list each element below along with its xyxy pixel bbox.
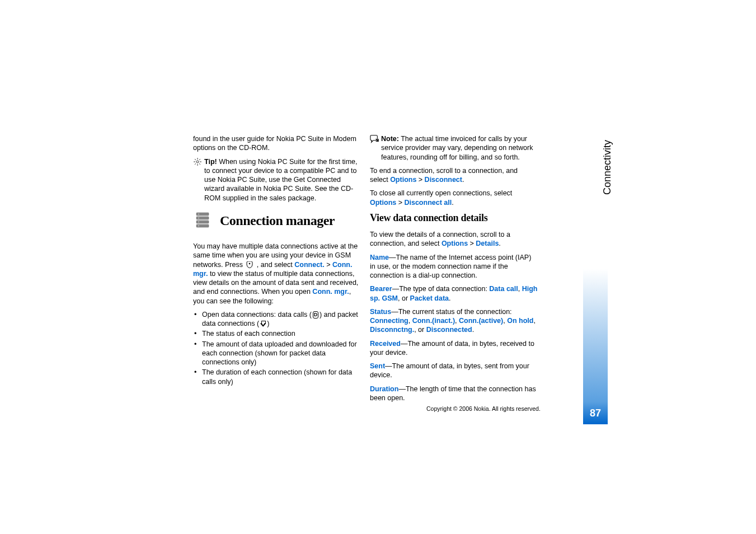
end-connection-text: To end a connection, scroll to a connect…	[370, 166, 538, 185]
name-label: Name	[370, 254, 389, 261]
text: , or	[398, 294, 410, 302]
page-content: found in the user guide for Nokia PC Sui…	[193, 134, 543, 403]
text: —The type of data connection:	[392, 285, 490, 293]
options-menu: Options	[370, 199, 396, 207]
data-call-icon: D	[313, 311, 318, 318]
received-field: Received—The amount of data, in bytes, r…	[370, 339, 538, 358]
tip-block: Tip! When using Nokia PC Suite for the f…	[193, 157, 361, 203]
text: .	[462, 176, 464, 184]
note-body: The actual time invoiced for calls by yo…	[381, 135, 533, 161]
bearer-field: Bearer—The type of data connection: Data…	[370, 284, 538, 303]
view-details-text: To view the details of a connection, scr…	[370, 230, 538, 249]
svg-line-8	[199, 159, 200, 160]
text: )	[267, 320, 269, 327]
list-item: The status of each connection	[193, 329, 361, 338]
received-label: Received	[370, 340, 401, 348]
svg-line-7	[195, 163, 196, 165]
conn-active-value: Conn.(active)	[459, 317, 503, 325]
details-menu: Details	[476, 240, 499, 247]
status-field: Status—The current status of the connect…	[370, 307, 538, 335]
page-number: 87	[583, 402, 608, 424]
subheading: View data connection details	[370, 212, 538, 224]
connecting-value: Connecting	[370, 317, 408, 325]
connect-menu: Connect.	[294, 261, 324, 269]
disconnect-all-menu: Disconnect all	[404, 199, 452, 207]
tip-body: When using Nokia PC Suite for the first …	[204, 158, 357, 202]
note-text: Note: The actual time invoiced for calls…	[381, 134, 538, 162]
note-block: Note: The actual time invoiced for calls…	[370, 134, 538, 162]
text: .	[449, 294, 450, 302]
text: ,	[455, 317, 459, 325]
text: ,	[533, 317, 535, 325]
copyright-text: Copyright © 2006 Nokia. All rights reser…	[426, 405, 541, 412]
packet-data-value: Packet data	[410, 294, 449, 302]
bearer-label: Bearer	[370, 285, 392, 293]
options-menu: Options	[442, 240, 468, 247]
section-header: Connection manager	[193, 210, 361, 232]
right-column: Note: The actual time invoiced for calls…	[370, 134, 538, 407]
text: , or	[414, 326, 426, 334]
text: >	[325, 261, 332, 269]
text: Open data connections: data calls (	[202, 311, 312, 318]
intro-text: found in the user guide for Nokia PC Sui…	[193, 134, 361, 153]
svg-point-0	[196, 161, 199, 163]
svg-point-17	[249, 263, 251, 265]
left-column: found in the user guide for Nokia PC Sui…	[193, 134, 361, 391]
text: To close all currently open connections,…	[370, 189, 512, 197]
svg-line-6	[199, 163, 200, 165]
connection-list: Open data connections: data calls (D) an…	[193, 310, 361, 386]
on-hold-value: On hold	[507, 317, 533, 325]
connection-manager-icon	[193, 210, 212, 232]
svg-point-15	[198, 221, 199, 222]
text: >	[416, 176, 424, 184]
note-label: Note:	[381, 135, 399, 143]
name-field: Name—The name of the Internet access poi…	[370, 253, 538, 280]
data-call-value: Data call	[489, 285, 518, 293]
svg-point-13	[198, 213, 199, 214]
svg-point-14	[198, 217, 199, 218]
close-all-text: To close all currently open connections,…	[370, 189, 538, 207]
duration-field: Duration—The length of time that the con…	[370, 385, 538, 403]
disconnect-menu: Disconnect	[425, 176, 462, 184]
packet-data-icon	[260, 321, 266, 327]
options-menu: Options	[390, 176, 416, 184]
sent-label: Sent	[370, 362, 385, 370]
svg-point-16	[198, 225, 199, 226]
note-icon	[370, 134, 379, 146]
svg-line-5	[195, 159, 196, 160]
sidebar-label: Connectivity	[602, 140, 613, 195]
list-item: Open data connections: data calls (D) an…	[193, 310, 361, 329]
sidebar: Connectivity	[596, 133, 607, 200]
sent-field: Sent—The amount of data, in bytes, sent …	[370, 362, 538, 380]
tip-text: Tip! When using Nokia PC Suite for the f…	[204, 157, 361, 203]
list-item: The amount of data uploaded and download…	[193, 340, 361, 367]
text: ,	[408, 317, 412, 325]
text: .	[472, 326, 474, 334]
conn-inact-value: Conn.(inact.)	[412, 317, 455, 325]
section-title: Connection manager	[220, 212, 335, 229]
tip-icon	[193, 157, 202, 168]
text: .	[452, 199, 453, 207]
text: >	[468, 240, 476, 247]
conn-mgr-menu-2: Conn. mgr.	[312, 288, 349, 296]
disconnected-value: Disconnected	[426, 326, 472, 334]
text: —The current status of the connection:	[391, 308, 511, 316]
text: ,	[518, 285, 522, 293]
text: >	[396, 199, 404, 207]
conn-mgr-intro: You may have multiple data connections a…	[193, 242, 361, 306]
text: , and select	[255, 261, 294, 269]
status-label: Status	[370, 308, 391, 316]
duration-label: Duration	[370, 385, 398, 393]
sent-body: —The amount of data, in bytes, sent from…	[370, 362, 529, 379]
name-body: —The name of the Internet access point (…	[370, 254, 531, 280]
page-gradient	[583, 269, 608, 402]
text: .	[499, 240, 500, 247]
menu-key-icon	[246, 261, 253, 268]
list-item: The duration of each connection (shown f…	[193, 368, 361, 386]
disconnctng-value: Disconnctng.	[370, 326, 414, 334]
tip-label: Tip!	[204, 158, 217, 166]
